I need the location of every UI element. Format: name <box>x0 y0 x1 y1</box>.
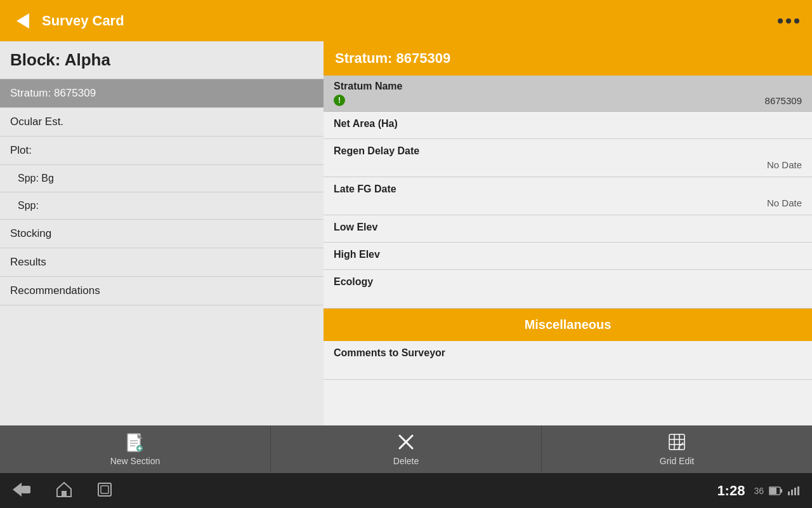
high-elev-label: High Elev <box>324 243 812 262</box>
svg-rect-27 <box>794 488 796 495</box>
svg-rect-9 <box>669 434 684 450</box>
system-nav-bar: 1:28 36 <box>0 473 812 508</box>
grid-edit-button[interactable]: Grid Edit <box>542 425 812 473</box>
svg-rect-19 <box>62 491 67 497</box>
svg-rect-21 <box>101 486 108 493</box>
low-elev-field[interactable]: Low Elev <box>324 215 812 243</box>
delete-icon <box>397 433 415 453</box>
header-bar: Survey Card <box>0 0 812 41</box>
system-nav-right: 1:28 36 <box>717 483 799 499</box>
more-options-button[interactable] <box>778 18 799 23</box>
late-fg-value: No Date <box>324 196 812 215</box>
low-elev-label: Low Elev <box>324 215 812 234</box>
svg-rect-28 <box>797 486 799 495</box>
stratum-name-field[interactable]: Stratum Name ! 8675309 <box>324 76 812 112</box>
ecology-field[interactable]: Ecology <box>324 270 812 309</box>
stratum-name-label: Stratum Name <box>324 76 812 93</box>
sidebar-item-spp-bg[interactable]: Spp: Bg <box>0 165 324 192</box>
sidebar-item-recommendations[interactable]: Recommendations <box>0 277 324 305</box>
sidebar-item-plot[interactable]: Plot: <box>0 137 324 165</box>
sidebar-item-stocking[interactable]: Stocking <box>0 220 324 248</box>
block-title: Block: Alpha <box>0 41 324 79</box>
new-section-icon <box>127 433 143 453</box>
page-title: Survey Card <box>42 13 124 29</box>
system-time: 1:28 <box>717 483 745 499</box>
battery-icon <box>769 486 783 495</box>
warning-icon: ! <box>334 95 345 106</box>
late-fg-date-field[interactable]: Late FG Date No Date <box>324 177 812 215</box>
ecology-value <box>324 289 812 308</box>
net-area-label: Net Area (Ha) <box>324 112 812 131</box>
late-fg-label: Late FG Date <box>324 177 812 196</box>
right-panel: Stratum: 8675309 Stratum Name ! 8675309 … <box>324 41 812 425</box>
dot-icon <box>786 18 791 23</box>
high-elev-field[interactable]: High Elev <box>324 243 812 270</box>
sidebar-item-results[interactable]: Results <box>0 248 324 277</box>
sidebar-item-spp[interactable]: Spp: <box>0 192 324 220</box>
comments-value <box>324 360 812 379</box>
action-toolbar: New Section Delete Grid E <box>0 425 812 473</box>
regen-delay-value: No Date <box>324 158 812 177</box>
svg-rect-24 <box>769 488 776 494</box>
net-area-field[interactable]: Net Area (Ha) <box>324 112 812 139</box>
system-recent-button[interactable] <box>98 483 112 499</box>
system-back-button[interactable] <box>13 483 30 499</box>
misc-section-header: Miscellaneous <box>324 309 812 341</box>
battery-level: 36 <box>754 486 764 496</box>
stratum-name-value: 8675309 <box>765 95 802 106</box>
high-elev-value <box>324 262 812 269</box>
svg-rect-20 <box>98 483 111 496</box>
ecology-label: Ecology <box>324 270 812 289</box>
system-nav-left <box>13 481 112 500</box>
main-content: Block: Alpha Stratum: 8675309 Ocular Est… <box>0 41 812 425</box>
svg-marker-16 <box>13 483 22 497</box>
left-panel: Block: Alpha Stratum: 8675309 Ocular Est… <box>0 41 324 425</box>
svg-rect-17 <box>22 486 30 493</box>
dot-icon <box>778 18 783 23</box>
comments-to-surveyor-field[interactable]: Comments to Surveyor <box>324 341 812 380</box>
regen-delay-label: Regen Delay Date <box>324 139 812 158</box>
delete-button[interactable]: Delete <box>271 425 542 473</box>
sidebar-item-ocular-est[interactable]: Ocular Est. <box>0 108 324 137</box>
back-arrow-icon <box>16 13 29 29</box>
comments-label: Comments to Surveyor <box>324 341 812 360</box>
back-button[interactable] <box>10 8 36 34</box>
svg-rect-26 <box>791 490 793 495</box>
system-home-button[interactable] <box>56 481 72 500</box>
grid-edit-icon <box>668 433 686 453</box>
dot-icon <box>794 18 799 23</box>
signal-icon <box>788 486 799 495</box>
sidebar-item-stratum[interactable]: Stratum: 8675309 <box>0 79 324 108</box>
stratum-section-header: Stratum: 8675309 <box>324 41 812 76</box>
svg-line-15 <box>678 447 679 449</box>
low-elev-value <box>324 234 812 242</box>
regen-delay-date-field[interactable]: Regen Delay Date No Date <box>324 139 812 177</box>
svg-rect-25 <box>788 491 790 495</box>
new-section-label: New Section <box>110 456 160 466</box>
delete-label: Delete <box>393 456 419 466</box>
new-section-button[interactable]: New Section <box>0 425 271 473</box>
svg-rect-23 <box>780 489 782 493</box>
grid-edit-label: Grid Edit <box>660 456 694 466</box>
net-area-value <box>324 131 812 138</box>
